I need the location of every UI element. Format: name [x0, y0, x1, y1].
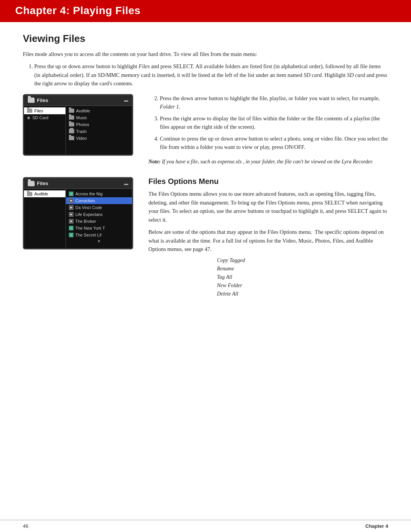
right-item-video: Video — [66, 135, 132, 142]
files-options-col: Files Options Menu The Files Options men… — [148, 177, 388, 299]
screen2-title: Files — [37, 181, 48, 186]
screen2-right-panel: ✓ Across the Nig ▶ Conviction ▶ Da Vinci… — [66, 189, 132, 248]
check-newyork: ✓ — [69, 226, 73, 230]
option-delete-all: Delete All — [217, 291, 388, 297]
files-options-para2: Below are some of the options that may a… — [148, 228, 388, 253]
option-tag-all: Tag All — [217, 274, 388, 280]
right-item-audible: Audible — [66, 107, 132, 114]
files-options-title: Files Options Menu — [148, 177, 388, 186]
media-life: ▶ — [69, 212, 73, 217]
right-item-secret: ✓ The Secret Lif — [66, 232, 132, 238]
right-item-photos: Photos — [66, 121, 132, 128]
screen1-titlebar: Files ▬ — [24, 95, 132, 106]
viewing-files-intro: Files mode allows you to access all the … — [23, 50, 388, 58]
media-conviction: ▶ — [69, 198, 73, 203]
scroll-down: ▼ — [66, 238, 132, 244]
screen2-left-spacer — [24, 197, 65, 247]
scroll-indicator-2: ▬ — [124, 181, 128, 186]
right-item-newyork: ✓ The New York T — [66, 225, 132, 232]
screenshot-col-1: Files ▬ Files ▣ SD Card — [23, 94, 137, 163]
media-broker: ▶ — [69, 219, 73, 224]
sdcard-prefix: ▣ — [27, 116, 30, 120]
step-2: Press the down arrow button to highlight… — [160, 94, 388, 111]
screen1-body: Files ▣ SD Card Audible — [24, 106, 132, 155]
check-secret: ✓ — [69, 233, 73, 237]
option-new-folder: New Folder — [217, 283, 388, 289]
right-item-across: ✓ Across the Nig — [66, 190, 132, 197]
screen2-titlebar: Files ▬ — [24, 178, 132, 189]
screen2-body: Audible ✓ Across the Nig ▶ Conviction — [24, 189, 132, 248]
media-davinci: ▶ — [69, 205, 73, 210]
footer: 46 Chapter 4 — [0, 520, 411, 532]
screen1-right-panel: Audible Music Photos Trash — [66, 106, 132, 155]
viewing-files-title: Viewing Files — [23, 33, 388, 45]
screen1-left-panel: Files ▣ SD Card — [24, 106, 66, 155]
right-item-davinci: ▶ Da Vinci Code — [66, 204, 132, 211]
option-copy-tagged: Copy Tagged — [217, 257, 388, 264]
steps-2-4: Press the down arrow button to highlight… — [160, 94, 388, 152]
main-content: Viewing Files Files mode allows you to a… — [0, 22, 411, 337]
screenshot-col-2: Files ▬ Audible ✓ A — [23, 177, 137, 256]
right-item-broker: ▶ The Broker — [66, 218, 132, 225]
right-item-music: Music — [66, 114, 132, 121]
left-item-files: Files — [24, 107, 65, 114]
music-icon — [69, 115, 74, 120]
screen1-title: Files — [37, 97, 48, 103]
audible-icon — [69, 109, 74, 113]
chapter-title: Chapter 4: Playing Files — [15, 5, 396, 17]
folder-icon-2 — [28, 181, 35, 186]
files-icon — [27, 109, 32, 113]
scroll-indicator: ▬ — [124, 98, 128, 102]
note: Note: If you have a file, such as expens… — [148, 158, 388, 166]
audible-folder-icon — [27, 192, 32, 196]
chapter-label: Chapter 4 — [365, 523, 388, 529]
chapter-header: Chapter 4: Playing Files — [0, 0, 411, 21]
options-list: Copy Tagged Rename Tag All New Folder De… — [217, 257, 388, 297]
video-icon — [69, 136, 74, 140]
photos-icon — [69, 122, 74, 126]
step-3: Press the right arrow to display the lis… — [160, 114, 388, 131]
two-col-section-2: Files ▬ Audible ✓ A — [23, 177, 388, 299]
right-item-trash: Trash — [66, 128, 132, 135]
page-number: 46 — [23, 523, 28, 529]
device-screen-1: Files ▬ Files ▣ SD Card — [23, 94, 133, 156]
option-rename: Rename — [217, 266, 388, 272]
left-item-audible: Audible — [24, 190, 65, 197]
right-item-life: ▶ Life Expectanc — [66, 211, 132, 218]
steps-list: Press the up or down arrow button to hig… — [34, 62, 388, 88]
step-4: Continue to press the up or down arrow b… — [160, 134, 388, 152]
check-across: ✓ — [69, 192, 73, 196]
left-item-sdcard: ▣ SD Card — [24, 114, 65, 121]
screen1-spacer — [66, 142, 132, 153]
device-screen-2: Files ▬ Audible ✓ A — [23, 177, 133, 249]
two-col-section-1: Files ▬ Files ▣ SD Card — [23, 94, 388, 170]
trash-icon — [69, 129, 74, 133]
files-options-para1: The Files Options menu allows you to use… — [148, 190, 388, 224]
folder-icon — [28, 97, 35, 103]
step-1: Press the up or down arrow button to hig… — [34, 62, 388, 88]
right-item-conviction: ▶ Conviction — [66, 197, 132, 204]
steps-col: Press the down arrow button to highlight… — [148, 94, 388, 170]
screen2-left-panel: Audible — [24, 189, 66, 248]
